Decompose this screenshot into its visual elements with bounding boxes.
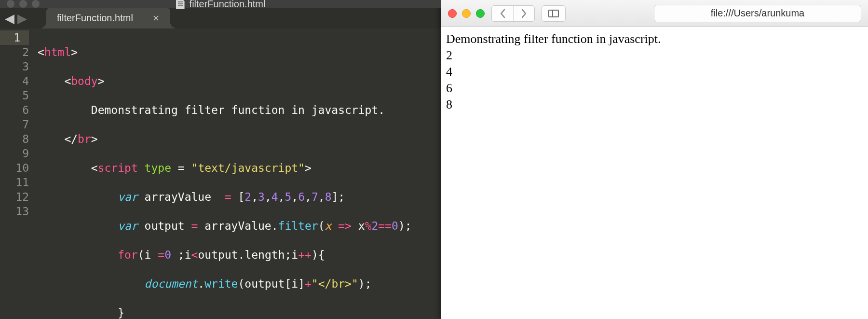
- workspace: filterFunction.html ◀ ▶ filterFunction.h…: [0, 0, 868, 319]
- close-icon[interactable]: ✕: [152, 13, 160, 24]
- browser-url-bar[interactable]: file:///Users/arunkuma: [654, 5, 861, 22]
- browser-toolbar: file:///Users/arunkuma: [441, 0, 868, 27]
- line-number[interactable]: 7: [0, 117, 29, 132]
- code-line: <body>: [38, 74, 441, 88]
- browser-url-text: file:///Users/arunkuma: [711, 8, 805, 19]
- browser-zoom-dot[interactable]: [476, 9, 485, 18]
- line-number[interactable]: 9: [0, 146, 29, 161]
- browser-close-dot[interactable]: [448, 9, 457, 18]
- chevron-left-icon: [500, 9, 506, 18]
- browser-window: file:///Users/arunkuma Demonstrating fil…: [441, 0, 868, 319]
- code-line: }: [38, 305, 441, 319]
- line-number[interactable]: 11: [0, 175, 29, 190]
- editor-tab-row: ◀ ▶ filterFunction.html ✕: [0, 8, 441, 28]
- output-line: 4: [446, 64, 863, 80]
- editor-tab-label: filterFunction.html: [57, 13, 133, 24]
- line-number[interactable]: 8: [0, 132, 29, 146]
- editor-minimize-dot[interactable]: [19, 0, 27, 8]
- code-line: <html>: [38, 45, 441, 59]
- output-line: 2: [446, 47, 863, 64]
- history-back-icon[interactable]: ◀: [5, 12, 14, 25]
- output-heading: Demonstrating filter function in javascr…: [446, 31, 863, 47]
- code-line: document.write(output[i]+"</br>");: [38, 277, 441, 291]
- code-line: Demonstrating filter function in javascr…: [38, 103, 441, 117]
- line-number[interactable]: 4: [0, 74, 29, 88]
- code-area[interactable]: <html> <body> Demonstrating filter funct…: [38, 30, 441, 319]
- editor-body: 1 2 3 4 5 6 7 8 9 10 11 12 13 <html> <bo…: [0, 28, 441, 319]
- line-number[interactable]: 12: [0, 190, 29, 204]
- code-line: for(i =0 ;i<output.length;i++){: [38, 248, 441, 262]
- browser-nav-buttons: [491, 5, 535, 22]
- history-forward-icon[interactable]: ▶: [17, 12, 27, 25]
- line-number-gutter: 1 2 3 4 5 6 7 8 9 10 11 12 13: [0, 30, 38, 319]
- output-line: 6: [446, 80, 863, 97]
- editor-traffic-lights: [7, 0, 40, 8]
- editor-window: filterFunction.html ◀ ▶ filterFunction.h…: [0, 0, 441, 319]
- line-number[interactable]: 6: [0, 103, 29, 117]
- line-number[interactable]: 10: [0, 161, 29, 175]
- code-line: <script type = "text/javascript">: [38, 161, 441, 175]
- output-line: 8: [446, 97, 863, 113]
- sidebar-icon: [548, 10, 559, 17]
- code-line: var arrayValue = [2,3,4,5,6,7,8];: [38, 190, 441, 204]
- browser-back-button[interactable]: [492, 6, 513, 21]
- editor-titlebar[interactable]: filterFunction.html: [0, 0, 441, 8]
- browser-forward-button[interactable]: [513, 6, 534, 21]
- line-number[interactable]: 13: [0, 204, 29, 219]
- code-line: </br>: [38, 132, 441, 146]
- line-number[interactable]: 5: [0, 88, 29, 103]
- editor-close-dot[interactable]: [7, 0, 14, 8]
- line-number[interactable]: 2: [0, 45, 29, 59]
- line-number[interactable]: 3: [0, 59, 29, 74]
- editor-tab[interactable]: filterFunction.html ✕: [46, 8, 170, 28]
- browser-minimize-dot[interactable]: [462, 9, 471, 18]
- code-line: var output = arrayValue.filter(x => x%2=…: [38, 219, 441, 233]
- browser-traffic-lights: [448, 9, 485, 18]
- browser-sidebar-button[interactable]: [542, 5, 566, 22]
- line-number[interactable]: 1: [0, 30, 29, 45]
- editor-zoom-dot[interactable]: [32, 0, 40, 8]
- browser-viewport: Demonstrating filter function in javascr…: [441, 27, 868, 319]
- chevron-right-icon: [521, 9, 527, 18]
- editor-nav-arrows: ◀ ▶: [5, 12, 27, 25]
